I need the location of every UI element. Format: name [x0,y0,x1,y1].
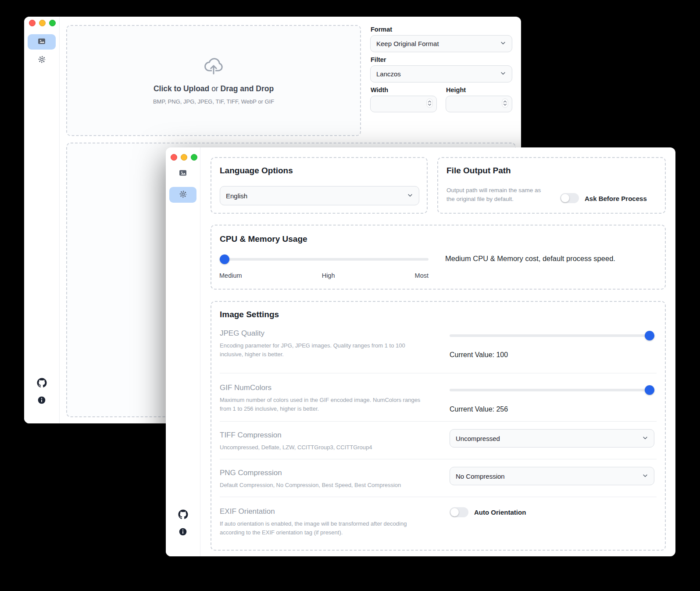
tick-most: Most [415,272,429,279]
language-select[interactable]: English [220,186,419,205]
chevron-down-icon [407,192,413,200]
gif-numcolors-description: Maximum number of colors used in the GIF… [220,396,425,413]
row-divider [220,459,657,459]
jpeg-quality-description: Encoding parameter for JPG, JPEG images.… [220,341,425,358]
auto-orientation-label: Auto Orientation [474,509,526,516]
jpeg-quality-title: JPEG Quality [220,329,264,338]
language-options-title: Language Options [220,166,293,176]
github-icon [37,378,47,390]
ask-before-process-toggle[interactable] [560,193,579,203]
cpu-memory-slider[interactable] [219,258,429,261]
info-icon [179,527,187,538]
cloud-upload-icon [203,56,224,77]
gif-numcolors-current-value: Current Value: 256 [450,405,508,413]
sidebar-item-images[interactable] [28,34,56,50]
sidebar [166,147,200,556]
sidebar-item-images[interactable] [169,166,196,181]
zoom-icon[interactable] [191,154,197,161]
stepper-icon[interactable] [426,98,433,110]
upload-subtitle: BMP, PNG, JPG, JPEG, TIF, TIFF, WebP or … [153,98,274,105]
tick-high: High [322,272,335,279]
toggle-knob [561,194,569,202]
minimize-icon[interactable] [181,154,187,161]
exif-orientation-title: EXIF Orientation [220,507,275,516]
upload-title-bold1: Click to Upload [154,84,209,93]
chevron-down-icon [642,435,648,442]
chevron-down-icon [642,473,648,480]
png-compression-title: PNG Compression [220,469,282,477]
close-icon[interactable] [29,20,36,26]
upload-title-bold2: Drag and Drop [221,84,274,93]
sidebar-item-settings[interactable] [169,187,196,203]
github-button[interactable] [24,378,59,390]
cpu-slider-ticks: Medium High Most [219,272,429,279]
height-input-field[interactable] [450,100,502,108]
github-icon [178,509,188,521]
format-label: Format [371,26,392,33]
settings-window: Language Options English File Output Pat… [166,147,675,556]
height-label: Height [446,86,466,93]
width-input-field[interactable] [374,100,426,108]
tick-medium: Medium [219,272,242,279]
toggle-knob [450,508,459,516]
close-icon[interactable] [171,154,177,161]
row-divider [220,373,657,373]
gif-numcolors-slider[interactable] [450,389,654,391]
about-button[interactable] [166,527,200,538]
image-settings-title: Image Settings [220,310,279,319]
github-button[interactable] [166,509,200,521]
cpu-memory-card: CPU & Memory Usage Medium High Most Medi… [211,225,666,290]
png-compression-select[interactable]: No Compression [450,467,654,485]
gif-numcolors-title: GIF NumColors [220,383,271,392]
language-options-card: Language Options English [211,157,428,214]
file-output-path-card: File Output Path Output path will remain… [437,157,666,214]
filter-select[interactable]: Lanczos [370,65,512,82]
cpu-memory-slider-thumb[interactable] [220,254,229,264]
cpu-memory-title: CPU & Memory Usage [220,234,307,244]
gear-icon [179,190,188,201]
jpeg-quality-slider-thumb[interactable] [645,331,654,340]
window-controls [29,20,56,26]
chevron-down-icon [500,70,506,78]
upload-dropzone[interactable]: Click to Upload or Drag and Drop BMP, PN… [66,25,361,136]
exif-orientation-description: If auto orientation is enabled, the imag… [220,519,430,537]
tiff-compression-select-value: Uncompressed [456,435,500,442]
info-icon [37,396,46,406]
image-settings-card: Image Settings JPEG Quality Encoding par… [211,301,666,551]
file-output-path-description: Output path will remain the same as the … [446,186,548,204]
row-divider [220,497,657,497]
ask-before-process-label: Ask Before Process [585,195,647,202]
file-output-path-title: File Output Path [446,166,511,176]
format-select[interactable]: Keep Original Format [370,35,512,52]
width-input[interactable] [370,96,437,112]
minimize-icon[interactable] [39,20,46,26]
png-compression-select-value: No Compression [456,473,505,480]
cpu-status-text: Medium CPU & Memory cost, default proces… [445,254,615,263]
stepper-icon[interactable] [502,98,508,110]
height-input[interactable] [446,96,512,112]
png-compression-description: Default Compression, No Compression, Bes… [220,481,425,490]
gif-numcolors-slider-thumb[interactable] [645,385,654,395]
format-select-value: Keep Original Format [376,40,439,47]
tiff-compression-select[interactable]: Uncompressed [450,429,654,448]
language-select-value: English [226,192,247,200]
jpeg-quality-slider[interactable] [450,334,654,337]
filter-select-value: Lanczos [376,70,401,78]
row-divider [220,421,657,422]
image-icon [179,168,187,179]
auto-orientation-toggle[interactable] [450,507,468,517]
tiff-compression-title: TIFF Compression [220,431,282,440]
chevron-down-icon [500,40,506,47]
gear-icon [37,55,46,66]
jpeg-quality-current-value: Current Value: 100 [450,351,508,359]
filter-label: Filter [371,56,386,63]
about-button[interactable] [24,396,59,406]
upload-title-middle: or [209,84,220,93]
upload-title: Click to Upload or Drag and Drop [154,84,274,93]
sidebar [24,17,60,423]
width-label: Width [371,86,388,93]
window-controls [171,154,197,161]
sidebar-item-settings[interactable] [28,54,56,67]
tiff-compression-description: Uncompressed, Deflate, LZW, CCITTGroup3,… [220,443,425,452]
zoom-icon[interactable] [49,20,56,26]
